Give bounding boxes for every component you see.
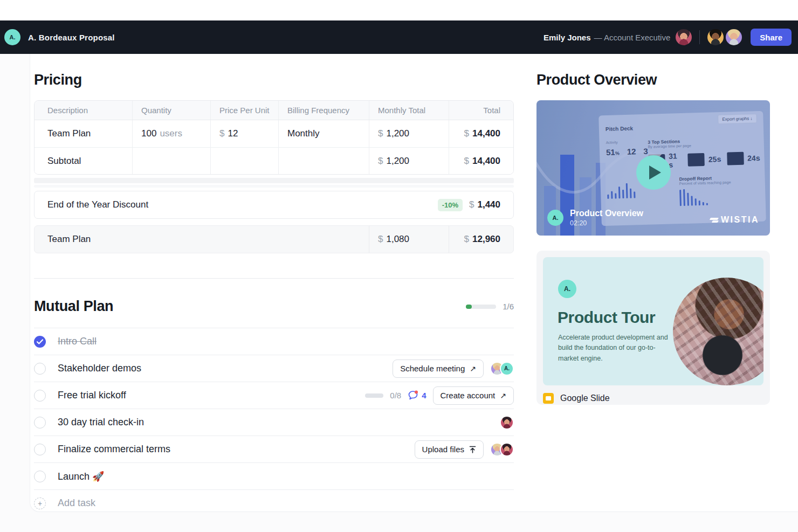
- description-cell: Team Plan: [35, 226, 132, 253]
- product-tour-slide[interactable]: A. Product Tour Accelerate product devel…: [543, 257, 763, 385]
- empty-cell: [132, 226, 210, 253]
- pricing-title: Pricing: [34, 72, 514, 88]
- plan-progress: 1/6: [466, 302, 514, 311]
- share-button[interactable]: Share: [751, 29, 792, 46]
- task-label: Intro Call: [58, 336, 97, 347]
- task-checkbox[interactable]: [34, 471, 46, 482]
- tour-photo: [673, 278, 763, 385]
- task-row-finalize-terms: Finalize commercial terms Upload files: [34, 436, 514, 462]
- task-label: 30 day trial check-in: [58, 417, 144, 428]
- wistia-flag-icon: [710, 218, 718, 223]
- schedule-meeting-button[interactable]: Schedule meeting↗: [393, 360, 484, 378]
- monthly-total-cell: $1,200: [369, 120, 449, 147]
- assignee-avatar: [500, 443, 514, 457]
- task-checkbox[interactable]: [34, 363, 46, 375]
- section-divider: [34, 278, 514, 279]
- video-duration: 02:20: [570, 219, 643, 227]
- plus-icon: +: [34, 498, 46, 509]
- video-avatar: A.: [547, 210, 563, 226]
- user-avatar[interactable]: [676, 29, 692, 45]
- wistia-logo: WISTIA: [710, 215, 759, 225]
- billing-cell: [278, 148, 369, 174]
- subtask-count: 0/8: [390, 391, 401, 400]
- user-name: Emily Jones: [544, 33, 591, 42]
- video-title: Product Overview: [570, 209, 643, 218]
- task-checkbox[interactable]: [34, 444, 46, 455]
- add-task-label: Add task: [58, 498, 95, 509]
- billing-cell: Monthly: [278, 120, 369, 147]
- mutual-plan-header: Mutual Plan 1/6: [34, 298, 514, 315]
- task-row-launch: Launch 🚀: [34, 462, 514, 489]
- pricing-table-header: Description Quantity Price Per Unit Bill…: [35, 101, 513, 120]
- topbar-divider: [699, 30, 700, 44]
- assignee-avatar: A.: [500, 362, 514, 376]
- proposal-avatar: A.: [4, 29, 20, 45]
- discount-label: End of the Year Discount: [47, 199, 148, 210]
- google-slide-label: Google Slide: [560, 393, 610, 403]
- play-icon: [649, 165, 661, 179]
- pricing-table: Description Quantity Price Per Unit Bill…: [34, 100, 514, 175]
- progress-label: 1/6: [503, 302, 514, 311]
- left-column: Pricing Description Quantity Price Per U…: [34, 54, 514, 516]
- progress-fill: [466, 305, 472, 309]
- tour-avatar: A.: [558, 280, 576, 298]
- tour-title: Product Tour: [558, 308, 655, 327]
- empty-cell: [278, 226, 369, 253]
- comments-button[interactable]: 4: [408, 390, 426, 400]
- total-cell: $14,400: [449, 148, 513, 174]
- upload-icon: [469, 446, 476, 453]
- task-checkbox[interactable]: [34, 417, 46, 429]
- task-checkbox[interactable]: [34, 390, 46, 402]
- task-row-trial-check-in: 30 day trial check-in: [34, 409, 514, 436]
- empty-cell: [210, 226, 278, 253]
- total-cell: $12,960: [449, 226, 513, 253]
- column-header: Quantity: [132, 101, 210, 120]
- user-role: — Account Executive: [594, 33, 671, 42]
- topbar-right: Emily Jones — Account Executive Share: [544, 29, 792, 46]
- proposal-title: A. Bordeaux Proposal: [28, 33, 115, 42]
- top-strip: [0, 0, 798, 20]
- topbar-left: A. A. Bordeaux Proposal: [4, 29, 115, 45]
- discount-row: End of the Year Discount -10% $1,440: [34, 191, 514, 219]
- create-account-button[interactable]: Create account↗: [433, 386, 514, 405]
- assignee-avatars[interactable]: [500, 416, 514, 430]
- task-label: Finalize commercial terms: [58, 444, 170, 455]
- monthly-total-cell: $1,080: [369, 226, 449, 253]
- description-cell: Team Plan: [35, 120, 132, 147]
- discounted-total-row: Team Plan $1,080 $12,960: [34, 225, 514, 253]
- table-row-subtotal: Subtotal $1,200 $14,400: [35, 147, 513, 174]
- video-caption: A. Product Overview 02:20: [547, 209, 643, 227]
- upload-files-button[interactable]: Upload files: [415, 440, 484, 459]
- column-header: Billing Frequency: [278, 101, 369, 120]
- google-slides-icon: [543, 393, 554, 404]
- product-overview-video[interactable]: Pitch Deck Export graphs ↓ Activity 51% …: [536, 100, 770, 236]
- discount-badge: -10%: [438, 199, 463, 211]
- quantity-cell: 100users: [132, 120, 210, 147]
- task-label: Free trial kickoff: [58, 390, 126, 401]
- description-cell: Subtotal: [35, 148, 132, 174]
- price-cell: $12: [210, 120, 278, 147]
- add-task-button[interactable]: + Add task: [34, 489, 514, 516]
- table-row: Team Plan 100users $12 Monthly $1,200 $1…: [35, 120, 513, 147]
- arrow-up-right-icon: ↗: [500, 391, 506, 400]
- collaborator-avatar[interactable]: [707, 29, 724, 45]
- assignee-avatars[interactable]: A.: [490, 362, 514, 376]
- task-row-free-trial-kickoff: Free trial kickoff 0/8 4 Create account↗: [34, 382, 514, 409]
- play-button[interactable]: [636, 155, 671, 190]
- progress-bar: [466, 305, 496, 309]
- subtask-progress-bar: [365, 393, 383, 398]
- task-checkbox-checked[interactable]: [34, 336, 46, 348]
- assignee-avatars[interactable]: [490, 443, 514, 457]
- price-cell: [210, 148, 278, 174]
- total-cell: $14,400: [449, 120, 513, 147]
- arrow-up-right-icon: ↗: [470, 364, 476, 373]
- proposal-page: Pricing Description Quantity Price Per U…: [30, 54, 798, 512]
- collaborator-avatar[interactable]: [726, 29, 742, 45]
- task-label: Launch 🚀: [58, 471, 105, 482]
- task-row-stakeholder-demos: Stakeholder demos Schedule meeting↗ A.: [34, 355, 514, 382]
- google-slide-link[interactable]: Google Slide: [543, 385, 763, 411]
- column-header: Total: [449, 101, 513, 120]
- tour-description: Accelerate product development and build…: [558, 333, 674, 364]
- column-header: Price Per Unit: [210, 101, 278, 120]
- right-column: Product Overview Pitch Deck Export graph…: [536, 54, 770, 405]
